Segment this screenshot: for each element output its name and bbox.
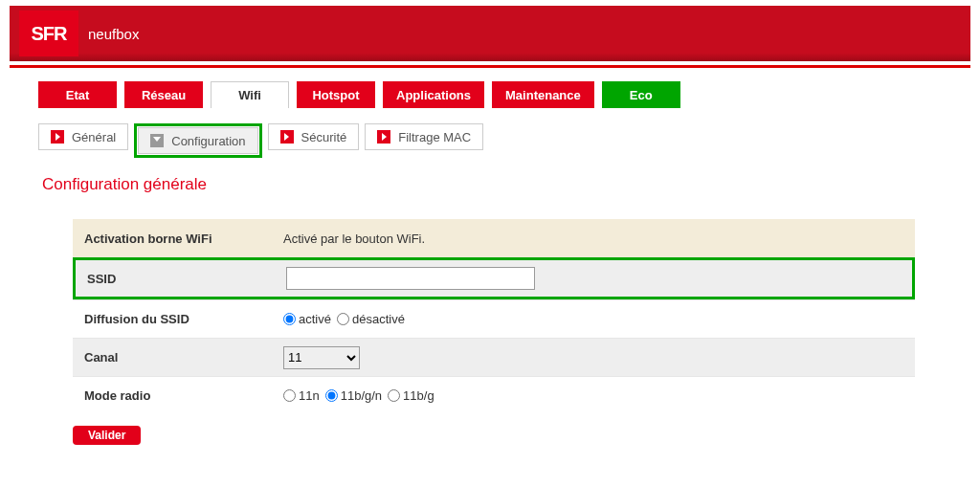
row-activation: Activation borne WiFi Activé par le bout… [73,219,915,257]
logo-text: SFR [32,23,67,45]
arrow-right-icon [280,130,294,144]
subtab-general[interactable]: Général [38,123,128,150]
radio-mode-11bgn[interactable]: 11b/g/n [325,388,382,403]
row-canal: Canal 11 [73,338,915,376]
label-canal: Canal [73,350,274,364]
radio-diffusion-desactive-input[interactable] [337,313,349,325]
label-activation: Activation borne WiFi [73,232,274,246]
subtab-label: Configuration [171,134,245,148]
subtab-filtrage[interactable]: Filtrage MAC [365,123,483,150]
tab-wifi[interactable]: Wifi [211,81,289,108]
ssid-input[interactable] [286,267,535,290]
header-divider [10,65,970,68]
radio-mode-11bg-input[interactable] [388,389,400,402]
subtab-label: Filtrage MAC [398,130,471,144]
arrow-right-icon [51,130,64,144]
subtab-label: Sécurité [301,130,347,144]
subtab-label: Général [72,130,116,144]
section-title: Configuration générale [42,175,970,194]
tab-eco[interactable]: Eco [602,81,680,108]
canal-select[interactable]: 11 [283,346,360,369]
tab-applications[interactable]: Applications [383,81,484,108]
tab-etat[interactable]: Etat [38,81,117,108]
subtab-configuration[interactable]: Configuration [138,127,257,154]
radio-diffusion-active-input[interactable] [283,313,296,325]
tab-hotspot[interactable]: Hotspot [297,81,375,108]
radio-mode-11n-input[interactable] [283,389,296,402]
row-diffusion: Diffusion du SSID activé désactivé [73,299,915,338]
main-tabs: Etat Réseau Wifi Hotspot Applications Ma… [38,81,970,108]
radio-label: 11n [299,388,320,403]
logo: SFR [19,11,78,56]
header: SFR neufbox [10,6,970,61]
radio-label: 11b/g [403,388,434,403]
row-mode-radio: Mode radio 11n 11b/g/n 11b/g [73,376,915,414]
sub-tabs: Général Configuration Sécurité Filtrage … [38,123,970,158]
label-mode-radio: Mode radio [73,388,274,403]
value-activation: Activé par le bouton WiFi. [274,232,915,246]
subtab-securite[interactable]: Sécurité [268,123,360,150]
valider-button[interactable]: Valider [73,426,141,445]
product-title: neufbox [88,26,139,42]
radio-mode-11n[interactable]: 11n [283,388,320,403]
radio-label: activé [299,312,331,326]
config-table: Activation borne WiFi Activé par le bout… [73,219,915,414]
arrow-down-icon [150,134,164,147]
radio-label: 11b/g/n [341,388,382,403]
row-ssid: SSID [73,257,915,299]
label-ssid: SSID [76,272,277,286]
tab-reseau[interactable]: Réseau [124,81,203,108]
radio-label: désactivé [352,312,405,326]
radio-mode-11bg[interactable]: 11b/g [388,388,434,403]
arrow-right-icon [377,130,390,144]
radio-mode-11bgn-input[interactable] [325,389,338,402]
radio-diffusion-active[interactable]: activé [283,312,331,326]
highlight-configuration: Configuration [134,123,261,158]
tab-maintenance[interactable]: Maintenance [492,81,594,108]
label-diffusion: Diffusion du SSID [73,312,274,326]
radio-diffusion-desactive[interactable]: désactivé [337,312,405,326]
